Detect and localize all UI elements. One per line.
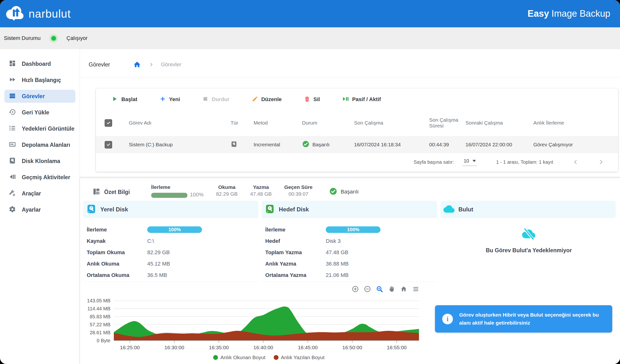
rows-per-page-select[interactable]: 10 (463, 158, 477, 166)
target-row: Ortalama Yazma21.06 MB (265, 269, 435, 281)
cloud-card: Bulut Bu Görev Bulut'a Yedeklenmiyor (441, 201, 616, 282)
col-header[interactable]: Tür (231, 120, 254, 126)
system-status-value: Çalışıyor (67, 35, 88, 41)
sidebar-item-view-backups[interactable]: Yedekleri Görüntüle (4, 122, 75, 135)
chart-plot-area[interactable]: 0 Byte28.61 MB57.22 MB85.83 MB114.44 MB1… (82, 293, 421, 354)
legend-item-written[interactable]: Anlık Yazılan Boyut (274, 355, 325, 360)
summary-write: Yazma 47.48 GB (250, 184, 272, 197)
sidebar-item-settings[interactable]: Ayarlar (4, 203, 75, 216)
sidebar-item-tools[interactable]: Araçlar (4, 187, 75, 200)
summary-progress-bar (151, 193, 187, 198)
target-row: HedefDisk 3 (265, 235, 435, 247)
delete-button[interactable]: Sil (304, 96, 320, 103)
table-header-row: Görev Adı Tür Metod Durum Son Çalışma So… (96, 109, 618, 136)
page-title: Görevler (89, 61, 110, 68)
col-header[interactable]: Durum (302, 120, 354, 126)
chart-toolbar (82, 282, 424, 293)
legend-item-read[interactable]: Anlık Okunan Boyut (213, 355, 265, 360)
svg-text:16:35:00: 16:35:00 (209, 345, 229, 350)
target-row: Anlık Yazma36.88 MB (265, 258, 435, 269)
task-type-cell (231, 141, 254, 149)
local-row: Toplam Okuma82.29 GB (87, 247, 256, 258)
svg-text:28.61 MB: 28.61 MB (90, 330, 110, 335)
system-status-label: Sistem Durumu (4, 35, 41, 41)
edit-button[interactable]: Düzenle (252, 96, 282, 103)
sidebar-item-restore[interactable]: Geri Yükle (4, 106, 75, 119)
target-progress-bar: 100% (326, 226, 380, 233)
task-method-cell: Incremental (254, 142, 302, 147)
breadcrumb-current[interactable]: Görevler (161, 61, 181, 68)
cloud-header: Bulut (441, 201, 616, 218)
task-duration-cell: 00:44:39 (429, 142, 465, 147)
col-header[interactable]: Görev Adı (129, 120, 231, 126)
history-icon (9, 173, 16, 181)
sidebar-item-disk-clone[interactable]: Disk Klonlama (4, 155, 75, 168)
summary-bar: Özet Bilgi İlerleme 100% Okuma 82.29 GB (82, 182, 617, 199)
app-header: narbulut EasyImage Backup (0, 0, 620, 27)
svg-text:16:30:00: 16:30:00 (164, 345, 184, 350)
restore-icon (9, 108, 16, 116)
col-header[interactable]: Anlık İlerleme (533, 120, 618, 126)
col-header[interactable]: Son Çalışma Süresi (429, 117, 465, 129)
col-header[interactable]: Metod (254, 120, 302, 126)
svg-text:16:45:00: 16:45:00 (298, 345, 318, 350)
new-button[interactable]: Yeni (160, 96, 180, 103)
cloud-message: Bu Görev Bulut'a Yedeklenmiyor (486, 247, 572, 254)
home-icon[interactable] (133, 61, 141, 68)
next-page-button[interactable] (598, 159, 604, 165)
start-button[interactable]: Başlat (112, 96, 137, 103)
sidebar-item-history[interactable]: Geçmiş Aktiviteler (4, 171, 75, 184)
local-progress-row: İlerleme 100% (87, 224, 256, 235)
svg-text:143.05 MB: 143.05 MB (87, 298, 110, 303)
check-circle-icon (302, 140, 310, 149)
summary-read: Okuma 82.29 GB (216, 184, 238, 197)
col-header[interactable]: Son Çalışma (354, 120, 429, 126)
sidebar-item-tasks[interactable]: Görevler (4, 90, 75, 103)
sidebar-item-quick-start[interactable]: Hızlı Başlangıç (4, 73, 75, 87)
sidebar-item-dashboard[interactable]: Dashboard (4, 57, 75, 70)
cloud-icon (443, 204, 455, 215)
prev-page-button[interactable] (572, 159, 579, 165)
svg-text:16:50:00: 16:50:00 (342, 345, 362, 350)
info-text: Görev oluşturken Hibrit veya Bulut seçen… (459, 311, 605, 327)
svg-text:0 Byte: 0 Byte (97, 338, 110, 343)
menu-icon[interactable] (412, 285, 419, 293)
sidebar-item-storage[interactable]: Depolama Alanları (4, 138, 75, 151)
plus-icon (160, 96, 166, 103)
target-progress-row: İlerleme 100% (265, 224, 435, 235)
check-circle-icon (329, 187, 337, 196)
col-header[interactable]: Sonraki Çalışma (465, 120, 533, 126)
disk-icon (9, 157, 16, 165)
narbulut-logo-icon (5, 5, 26, 22)
pagination-range: 1 - 1 arası, Toplam: 1 kayıt (496, 159, 553, 165)
zoom-in-icon[interactable] (352, 285, 359, 293)
zoom-out-icon[interactable] (364, 285, 371, 293)
task-list-icon (9, 92, 16, 100)
backup-list-icon (9, 125, 16, 133)
disk-icon (265, 204, 275, 215)
legend-dot-icon (213, 355, 218, 360)
svg-text:16:55:00: 16:55:00 (387, 345, 407, 350)
brand: narbulut (0, 5, 71, 22)
box-zoom-icon[interactable] (376, 285, 383, 293)
tasks-card: Başlat Yeni Durdur Düzenle (96, 88, 618, 172)
brand-name: narbulut (29, 7, 71, 20)
select-all-checkbox[interactable] (105, 119, 112, 127)
task-next-run-cell: 16/07/2024 22:00:00 (465, 142, 533, 147)
toggle-active-button[interactable]: Pasif / Aktif (342, 96, 381, 103)
target-disk-card: Hedef Disk İlerleme 100% HedefDisk 3 Top… (262, 201, 437, 282)
summary-elapsed: Geçen Süre 00:39:07 (284, 184, 313, 197)
reset-home-icon[interactable] (400, 285, 407, 293)
trash-icon (304, 96, 310, 103)
local-disk-card: Yerel Disk İlerleme 100% KaynakC:\ Topla… (83, 201, 258, 282)
divider (80, 77, 620, 77)
rows-per-page-label: Sayfa başına satır: (414, 159, 454, 165)
row-checkbox[interactable] (105, 141, 112, 148)
table-row[interactable]: Sistem (C:) Backup Incremental Başarılı … (96, 136, 618, 153)
chevron-down-icon (473, 160, 476, 162)
task-detail-panel: Özet Bilgi İlerleme 100% Okuma 82.29 GB (80, 178, 620, 364)
stop-button[interactable]: Durdur (202, 96, 229, 103)
pan-hand-icon[interactable] (388, 285, 395, 293)
pencil-icon (252, 96, 258, 103)
summary-grid-icon (93, 188, 100, 196)
